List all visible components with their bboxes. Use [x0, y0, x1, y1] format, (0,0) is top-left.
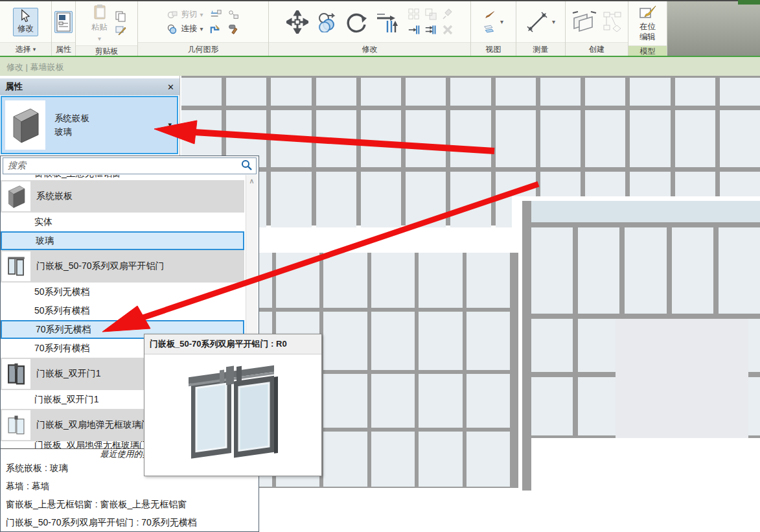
- curtain-panel[interactable]: [271, 172, 311, 227]
- curtain-panel[interactable]: [361, 172, 401, 227]
- curtain-panel[interactable]: [276, 253, 319, 308]
- curtain-panel[interactable]: [371, 253, 415, 308]
- close-icon[interactable]: ✕: [167, 82, 174, 92]
- curtain-panel[interactable]: [531, 319, 573, 372]
- create-assembly-icon[interactable]: [603, 11, 622, 33]
- list-item-family[interactable]: 门嵌板_50-70系列双扇平开铝门: [1, 250, 244, 283]
- measure-icon[interactable]: [526, 11, 548, 33]
- curtain-panel[interactable]: [419, 432, 462, 487]
- curtain-panel[interactable]: [675, 110, 715, 167]
- properties-header[interactable]: 属性 ✕: [0, 78, 179, 95]
- curtain-panel[interactable]: [323, 432, 367, 487]
- ribbon-group-label-measure[interactable]: 测量: [516, 42, 565, 56]
- recent-type-item[interactable]: 幕墙 : 幕墙: [1, 478, 259, 496]
- curtain-panel[interactable]: [540, 78, 581, 106]
- curtain-panel[interactable]: [630, 110, 670, 167]
- curtain-panel[interactable]: [578, 319, 619, 372]
- curtain-panel[interactable]: [625, 227, 666, 314]
- curtain-panel[interactable]: [371, 312, 415, 370]
- paste-button[interactable]: 粘贴 ▾: [87, 3, 112, 44]
- split-grid-icon[interactable]: [408, 8, 420, 20]
- properties-toggle-button[interactable]: [54, 11, 73, 33]
- edit-in-place-button[interactable]: 在位编辑: [633, 3, 663, 44]
- list-item-family[interactable]: 系统嵌板: [1, 180, 244, 213]
- create-group-icon[interactable]: [571, 10, 597, 34]
- curtain-panel[interactable]: [720, 110, 760, 167]
- curtain-panel[interactable]: [271, 110, 311, 167]
- wall-joins-icon[interactable]: [210, 23, 222, 35]
- unjoin-icon[interactable]: [228, 9, 240, 21]
- curtain-panel[interactable]: [450, 78, 490, 106]
- curtain-panel[interactable]: [630, 78, 670, 106]
- curtain-panel[interactable]: [419, 312, 462, 370]
- linework-icon[interactable]: [483, 23, 495, 35]
- cut-geometry-button[interactable]: 剪切 ▾: [167, 9, 203, 21]
- pin-icon[interactable]: [442, 8, 454, 20]
- list-item-selected[interactable]: 玻璃: [1, 231, 244, 250]
- curtain-panel[interactable]: [226, 78, 266, 106]
- hammer-icon[interactable]: [228, 23, 240, 35]
- curtain-panel[interactable]: [371, 432, 415, 487]
- curtain-panel[interactable]: [181, 78, 222, 106]
- curtain-panel[interactable]: [361, 110, 401, 167]
- curtain-panel[interactable]: [361, 78, 401, 106]
- curtain-panel[interactable]: [371, 374, 415, 428]
- override-graphics-brush-icon[interactable]: [483, 9, 495, 21]
- list-item[interactable]: 50系列无横档: [1, 283, 244, 301]
- curtain-panel[interactable]: [450, 172, 490, 227]
- curtain-panel[interactable]: [585, 78, 625, 106]
- curtain-panel[interactable]: [406, 110, 446, 167]
- curtain-panel[interactable]: [259, 253, 272, 308]
- curtain-panel[interactable]: [578, 377, 619, 435]
- curtain-panel[interactable]: [585, 110, 625, 167]
- ribbon-group-label-view[interactable]: 视图: [471, 42, 516, 56]
- curtain-panel[interactable]: [466, 432, 510, 487]
- recent-type-item[interactable]: 窗嵌板_上悬无框铝窗 : 窗嵌板_上悬无框铝窗: [1, 496, 259, 514]
- curtain-panel[interactable]: [466, 374, 510, 428]
- curtain-panel[interactable]: [316, 110, 356, 167]
- list-item[interactable]: 实体: [1, 213, 244, 231]
- curtain-panel[interactable]: [323, 253, 367, 308]
- ribbon-group-label-modify[interactable]: 修改: [269, 42, 470, 56]
- curtain-wall-right[interactable]: [522, 201, 760, 438]
- modify-tool-button[interactable]: 修改: [13, 8, 38, 36]
- move-icon[interactable]: [286, 10, 308, 34]
- curtain-panel[interactable]: [419, 253, 462, 308]
- curtain-panel[interactable]: [316, 78, 356, 106]
- curtain-panel[interactable]: [466, 253, 510, 308]
- ribbon-group-label-select[interactable]: 选择▾: [0, 42, 51, 56]
- curtain-wall-top-band[interactable]: [531, 201, 760, 222]
- align-icon[interactable]: [376, 10, 400, 34]
- curtain-panel[interactable]: [323, 374, 367, 428]
- trim-extend-single-icon[interactable]: [408, 24, 420, 36]
- ribbon-group-label-create[interactable]: 创建: [566, 42, 628, 56]
- list-item[interactable]: 窗嵌板_上悬无框铝窗: [1, 175, 244, 180]
- curtain-panel[interactable]: [419, 374, 462, 428]
- special-panel[interactable]: [616, 319, 748, 438]
- curtain-panel[interactable]: [540, 110, 581, 167]
- chevron-down-icon[interactable]: ▾: [168, 121, 172, 129]
- curtain-panel[interactable]: [531, 377, 573, 435]
- curtain-panel[interactable]: [406, 172, 446, 227]
- curtain-panel[interactable]: [316, 172, 356, 227]
- curtain-panel[interactable]: [672, 227, 713, 314]
- copy-element-icon[interactable]: [316, 12, 337, 32]
- delete-icon[interactable]: [442, 24, 454, 36]
- curtain-panel[interactable]: [720, 78, 760, 106]
- curtain-panel[interactable]: [496, 78, 536, 106]
- curtain-panel[interactable]: [323, 312, 367, 370]
- curtain-panel[interactable]: [531, 227, 573, 314]
- curtain-panel[interactable]: [450, 110, 490, 167]
- search-box[interactable]: 搜索: [3, 157, 257, 174]
- curtain-panel[interactable]: [406, 78, 446, 106]
- trim-extend-multi-icon[interactable]: [425, 24, 437, 36]
- ribbon-group-label-properties[interactable]: 属性: [52, 42, 75, 56]
- rotate-icon[interactable]: [345, 10, 368, 34]
- search-icon[interactable]: [241, 159, 252, 173]
- curtain-panel[interactable]: [271, 78, 311, 106]
- ribbon-group-label-geometry[interactable]: 几何图形: [138, 42, 268, 56]
- match-properties-icon[interactable]: [115, 25, 126, 36]
- scale-icon[interactable]: [425, 8, 437, 20]
- curtain-panel[interactable]: [496, 110, 536, 167]
- curtain-panel[interactable]: [466, 312, 510, 370]
